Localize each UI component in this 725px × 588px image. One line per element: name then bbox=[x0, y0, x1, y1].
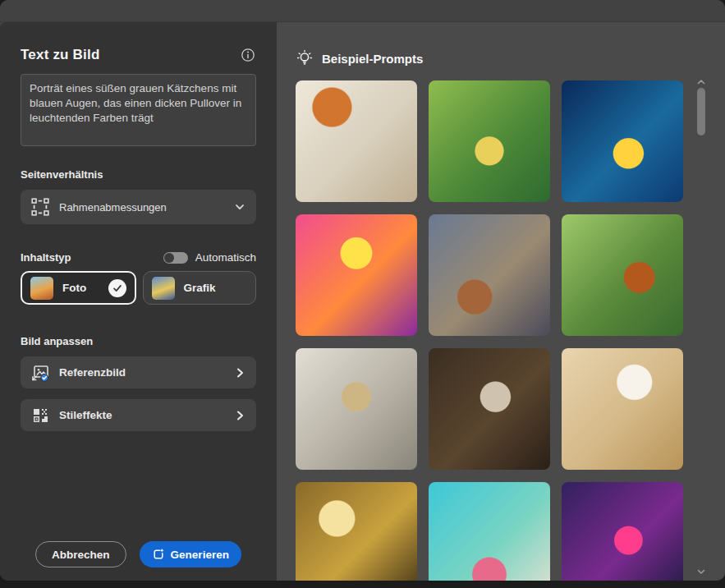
gallery-image-golden-makeup-vanity[interactable] bbox=[296, 482, 417, 581]
info-icon[interactable] bbox=[240, 47, 256, 63]
gallery-image-woman-flower-crown[interactable] bbox=[562, 348, 683, 470]
aspect-ratio-label: Seitenverhältnis bbox=[21, 168, 256, 181]
chevron-right-icon bbox=[234, 410, 245, 421]
dialog-title: Text zu Bild bbox=[21, 47, 100, 63]
frame-dimensions-icon bbox=[31, 198, 49, 216]
gallery-image-neon-dog-sunglasses[interactable] bbox=[562, 482, 683, 581]
gallery-image-coffee-bag-beans[interactable] bbox=[429, 348, 550, 470]
selected-check-icon bbox=[108, 279, 126, 297]
gallery-grid bbox=[296, 80, 725, 581]
scrollbar-thumb[interactable] bbox=[697, 88, 705, 136]
gallery-image-royal-french-bulldog[interactable] bbox=[296, 348, 417, 470]
foto-label: Foto bbox=[62, 282, 86, 294]
adjust-image-label: Bild anpassen bbox=[21, 335, 256, 347]
gallery-scrollbar[interactable] bbox=[696, 22, 706, 581]
generate-button-label: Generieren bbox=[171, 549, 229, 561]
cancel-button[interactable]: Abbrechen bbox=[35, 541, 126, 567]
reference-image-button[interactable]: Referenzbild bbox=[21, 356, 256, 388]
scroll-down-icon[interactable] bbox=[696, 567, 706, 576]
aspect-ratio-dropdown[interactable]: Rahmenabmessungen bbox=[21, 190, 256, 224]
content-type-option-grafik[interactable]: Grafik bbox=[143, 271, 257, 305]
text-to-image-dialog: Text zu Bild Porträt eines süßen grauen … bbox=[0, 0, 725, 581]
gallery-image-baby-orangutan-jungle[interactable] bbox=[562, 214, 683, 336]
style-effects-button[interactable]: Stileffekte bbox=[21, 399, 256, 431]
gallery-image-neon-horses-sunset[interactable] bbox=[296, 214, 417, 336]
grafik-thumbnail bbox=[152, 277, 175, 300]
gallery-image-retro-miami-palms[interactable] bbox=[429, 482, 550, 581]
settings-sidebar: Text zu Bild Porträt eines süßen grauen … bbox=[0, 22, 277, 581]
generate-button[interactable]: Generieren bbox=[140, 541, 241, 567]
style-effects-label: Stileffekte bbox=[59, 409, 224, 421]
automatic-toggle[interactable] bbox=[163, 252, 188, 264]
content-type-label: Inhaltstyp bbox=[21, 251, 71, 264]
chevron-right-icon bbox=[234, 367, 245, 379]
automatic-toggle-label: Automatisch bbox=[195, 251, 256, 264]
reference-image-label: Referenzbild bbox=[59, 366, 224, 379]
content-type-option-foto[interactable]: Foto bbox=[21, 271, 136, 305]
foto-thumbnail bbox=[30, 277, 53, 300]
style-effects-icon bbox=[31, 407, 49, 425]
aspect-ratio-value: Rahmenabmessungen bbox=[59, 201, 224, 214]
prompt-input[interactable]: Porträt eines süßen grauen Kätzchens mit… bbox=[21, 74, 256, 146]
example-prompts-panel: Beispiel-Prompts bbox=[277, 22, 725, 581]
example-prompts-title: Beispiel-Prompts bbox=[322, 52, 423, 66]
lightbulb-icon bbox=[296, 49, 314, 67]
gallery-image-woman-golden-gate-bridge[interactable] bbox=[429, 214, 550, 336]
gallery-image-pears-illustration[interactable] bbox=[429, 80, 550, 202]
reference-image-icon bbox=[31, 364, 49, 382]
gallery-image-lemon-water-splash[interactable] bbox=[562, 80, 683, 202]
generate-icon bbox=[152, 548, 165, 561]
dialog-titlebar bbox=[0, 0, 725, 22]
grafik-label: Grafik bbox=[184, 282, 216, 294]
gallery-image-seashells-cosmetic-bottle[interactable] bbox=[296, 80, 417, 202]
app-background: Text zu Bild Porträt eines süßen grauen … bbox=[0, 0, 725, 588]
toggle-knob bbox=[164, 253, 174, 263]
chevron-down-icon bbox=[234, 201, 245, 213]
scroll-up-icon[interactable] bbox=[696, 78, 706, 86]
